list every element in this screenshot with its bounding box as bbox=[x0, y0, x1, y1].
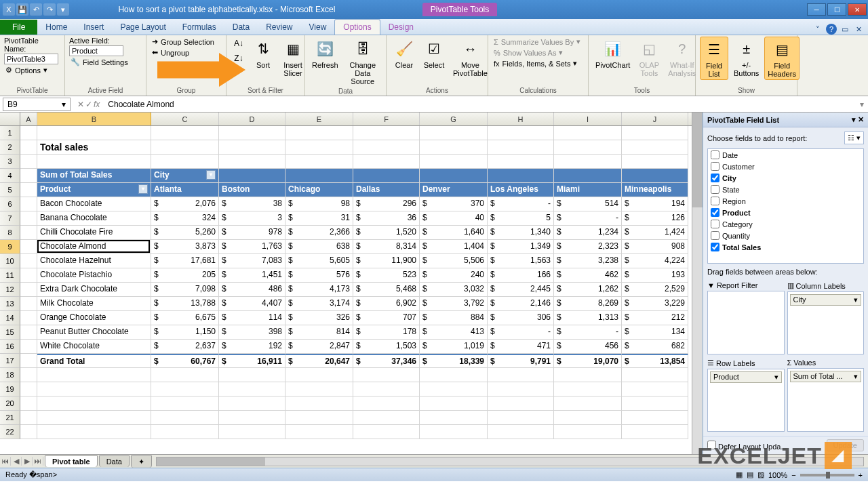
cell[interactable] bbox=[622, 425, 688, 439]
cell[interactable]: $8,314 bbox=[353, 240, 420, 254]
cell[interactable]: $1,349 bbox=[488, 240, 554, 254]
col-header[interactable]: I bbox=[554, 113, 622, 125]
cell[interactable]: $7,098 bbox=[151, 283, 219, 297]
cell[interactable]: $2,637 bbox=[151, 340, 219, 354]
cells-area[interactable]: Total salesSum of Total SalesCity▾Produc… bbox=[20, 126, 688, 439]
cell[interactable]: Chicago bbox=[285, 183, 353, 197]
cell[interactable] bbox=[488, 382, 554, 396]
select-button[interactable]: ☑Select bbox=[420, 37, 448, 70]
cell[interactable]: $398 bbox=[219, 325, 285, 340]
cell[interactable] bbox=[420, 155, 488, 169]
cell[interactable]: Extra Dark Chocolate bbox=[37, 283, 151, 297]
help-icon[interactable]: ? bbox=[826, 24, 837, 35]
cell[interactable] bbox=[37, 155, 151, 169]
cell[interactable]: $6,902 bbox=[353, 297, 420, 311]
cell[interactable]: $1,404 bbox=[420, 240, 488, 254]
cell[interactable] bbox=[554, 411, 622, 425]
cell[interactable]: Chocolate Almond bbox=[37, 240, 151, 254]
field-settings-button[interactable]: 🔧Field Settings bbox=[69, 57, 142, 67]
minimize-ribbon-icon[interactable]: ˅ bbox=[812, 24, 823, 35]
row-header[interactable]: 15 bbox=[0, 325, 20, 340]
cell[interactable]: $60,767 bbox=[151, 354, 219, 368]
cell[interactable]: $884 bbox=[420, 311, 488, 325]
cell[interactable]: $212 bbox=[622, 311, 688, 325]
cell[interactable] bbox=[20, 311, 37, 325]
cell[interactable] bbox=[37, 411, 151, 425]
cell[interactable] bbox=[285, 368, 353, 382]
area-item[interactable]: Sum of Total ...▾ bbox=[790, 371, 862, 382]
tab-design[interactable]: Design bbox=[380, 20, 422, 35]
tab-data[interactable]: Data bbox=[224, 20, 258, 35]
filter-dropdown-icon[interactable]: ▾ bbox=[138, 184, 148, 194]
area-item[interactable]: City▾ bbox=[790, 294, 862, 306]
cell[interactable]: $2,847 bbox=[285, 340, 353, 354]
cell[interactable] bbox=[219, 155, 285, 169]
cell[interactable] bbox=[151, 411, 219, 425]
cell[interactable]: $462 bbox=[554, 268, 622, 283]
cell[interactable]: $1,150 bbox=[151, 325, 219, 340]
cell[interactable] bbox=[20, 368, 37, 382]
active-field-input[interactable] bbox=[69, 45, 123, 56]
cell[interactable] bbox=[420, 396, 488, 411]
cell[interactable]: $1,262 bbox=[554, 283, 622, 297]
filter-dropdown-icon[interactable]: ▾ bbox=[206, 170, 216, 180]
row-header[interactable]: 18 bbox=[0, 368, 20, 382]
cell[interactable]: $306 bbox=[488, 311, 554, 325]
cell[interactable]: $1,520 bbox=[353, 226, 420, 240]
cell[interactable] bbox=[285, 425, 353, 439]
cell[interactable]: White Chocolate bbox=[37, 340, 151, 354]
col-header[interactable]: E bbox=[285, 113, 353, 125]
summarize-values-button[interactable]: ΣSummarize Values By ▾ bbox=[492, 37, 584, 47]
cell[interactable] bbox=[488, 126, 554, 140]
vertical-scrollbar[interactable] bbox=[692, 113, 703, 454]
cell[interactable] bbox=[488, 396, 554, 411]
cell[interactable]: Atlanta bbox=[151, 183, 219, 197]
first-sheet-icon[interactable]: ⏮ bbox=[0, 457, 11, 466]
cell[interactable]: $20,647 bbox=[285, 354, 353, 368]
cell[interactable] bbox=[20, 183, 37, 197]
cell[interactable]: $5,260 bbox=[151, 226, 219, 240]
cell[interactable]: $682 bbox=[622, 340, 688, 354]
col-header[interactable]: B bbox=[37, 113, 151, 125]
cell[interactable]: $456 bbox=[554, 340, 622, 354]
cell[interactable]: $3,873 bbox=[151, 240, 219, 254]
cell[interactable] bbox=[20, 211, 37, 226]
cell[interactable] bbox=[219, 140, 285, 155]
cell[interactable] bbox=[622, 140, 688, 155]
cell[interactable] bbox=[151, 425, 219, 439]
col-header[interactable]: J bbox=[622, 113, 688, 125]
prev-sheet-icon[interactable]: ◀ bbox=[11, 457, 22, 466]
tab-page-layout[interactable]: Page Layout bbox=[112, 20, 174, 35]
cell[interactable]: $576 bbox=[285, 268, 353, 283]
cell[interactable]: $978 bbox=[219, 226, 285, 240]
cell[interactable] bbox=[420, 425, 488, 439]
cell[interactable]: $4,224 bbox=[622, 254, 688, 268]
cell[interactable] bbox=[285, 169, 353, 183]
cell[interactable]: $17,681 bbox=[151, 254, 219, 268]
cell[interactable]: $2,146 bbox=[488, 297, 554, 311]
cell[interactable]: $1,640 bbox=[420, 226, 488, 240]
area-item[interactable]: Product▾ bbox=[710, 371, 782, 383]
cell[interactable]: $- bbox=[554, 325, 622, 340]
cell[interactable]: $3,032 bbox=[420, 283, 488, 297]
cell[interactable]: $8,269 bbox=[554, 297, 622, 311]
cell[interactable]: $814 bbox=[285, 325, 353, 340]
cell[interactable] bbox=[420, 140, 488, 155]
col-header[interactable]: D bbox=[219, 113, 285, 125]
cell[interactable]: $4,173 bbox=[285, 283, 353, 297]
cell[interactable]: $126 bbox=[622, 211, 688, 226]
cell[interactable]: $3 bbox=[219, 211, 285, 226]
layout-options-button[interactable]: ☷ ▾ bbox=[844, 131, 864, 144]
cell[interactable]: $40 bbox=[420, 211, 488, 226]
sheet-tab-data[interactable]: Data bbox=[99, 455, 130, 467]
cell[interactable] bbox=[20, 240, 37, 254]
cell[interactable]: $3,174 bbox=[285, 297, 353, 311]
field-item[interactable]: State bbox=[708, 184, 863, 195]
cell[interactable] bbox=[420, 169, 488, 183]
cell[interactable]: $13,788 bbox=[151, 297, 219, 311]
view-pagebreak-icon[interactable]: ▨ bbox=[757, 470, 764, 479]
row-header[interactable]: 22 bbox=[0, 425, 20, 439]
cell[interactable] bbox=[37, 382, 151, 396]
cell[interactable]: $1,424 bbox=[622, 226, 688, 240]
cell[interactable] bbox=[554, 425, 622, 439]
